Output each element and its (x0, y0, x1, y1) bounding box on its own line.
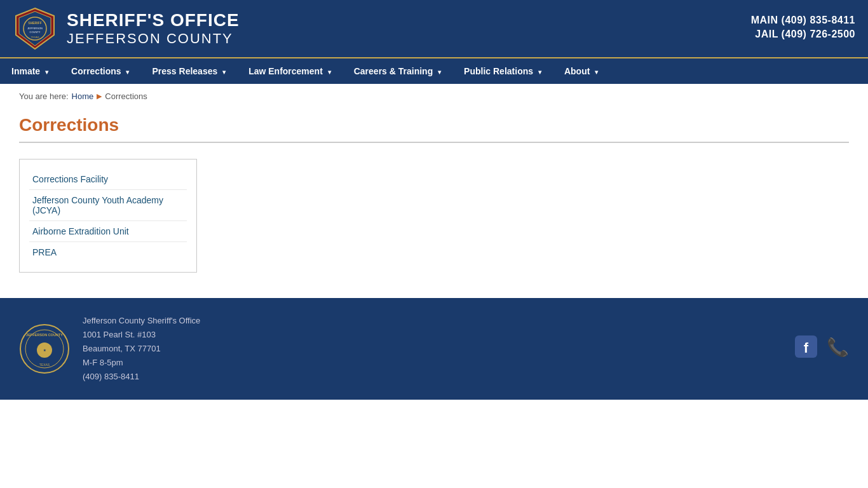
svg-text:TEXAS: TEXAS (31, 36, 39, 39)
nav-link-public-relations[interactable]: Public Relations ▾ (452, 58, 553, 84)
facebook-icon[interactable]: f (795, 336, 817, 362)
nav-link-law-enforcement[interactable]: Law Enforcement ▾ (237, 58, 342, 84)
nav-link-inmate[interactable]: Inmate ▾ (0, 58, 60, 84)
caret-icon: ▾ (126, 69, 129, 76)
main-nav: Inmate ▾ Corrections ▾ Press Releases ▾ … (0, 57, 868, 84)
phone-icon[interactable]: 📞 (827, 336, 849, 362)
nav-list: Inmate ▾ Corrections ▾ Press Releases ▾ … (0, 58, 868, 84)
nav-link-careers[interactable]: Careers & Training ▾ (342, 58, 452, 84)
nav-link-corrections[interactable]: Corrections ▾ (60, 58, 140, 84)
header-contact: MAIN (409) 835-8411 JAIL (409) 726-2500 (751, 15, 855, 43)
footer-social-icons: f 📞 (795, 336, 849, 362)
office-name: SHERIFF'S OFFICE (67, 10, 240, 30)
footer-left: JEFFERSON COUNTY ★ TEXAS Jefferson Count… (19, 314, 200, 384)
caret-icon: ▾ (328, 69, 331, 76)
prea-link[interactable]: PREA (29, 242, 187, 262)
footer-org-name: Jefferson County Sheriff's Office (83, 314, 200, 328)
sheriff-shield-logo: SHERIFF JEFFERSON COUNTY TEXAS (13, 6, 57, 51)
nav-item-careers[interactable]: Careers & Training ▾ (342, 58, 452, 84)
nav-item-law-enforcement[interactable]: Law Enforcement ▾ (237, 58, 342, 84)
corrections-menu-box: Corrections Facility Jefferson County Yo… (19, 159, 197, 273)
footer-city-state: Beaumont, TX 77701 (83, 342, 200, 356)
airborne-extradition-link[interactable]: Airborne Extradition Unit (29, 221, 187, 242)
nav-item-inmate[interactable]: Inmate ▾ (0, 58, 60, 84)
breadcrumb-home[interactable]: Home (72, 92, 94, 101)
nav-item-about[interactable]: About ▾ (553, 58, 609, 84)
svg-text:📞: 📞 (827, 337, 849, 358)
corrections-facility-link[interactable]: Corrections Facility (29, 169, 187, 190)
svg-text:f: f (804, 340, 809, 356)
title-divider (19, 142, 849, 143)
nav-item-corrections[interactable]: Corrections ▾ (60, 58, 140, 84)
main-phone: MAIN (409) 835-8411 (751, 15, 855, 26)
footer-address1: 1001 Pearl St. #103 (83, 328, 200, 342)
jail-phone: JAIL (409) 726-2500 (751, 29, 855, 40)
footer-phone: (409) 835-8411 (83, 370, 200, 384)
svg-text:SHERIFF: SHERIFF (28, 21, 41, 25)
svg-text:TEXAS: TEXAS (39, 363, 50, 367)
site-header: SHERIFF JEFFERSON COUNTY TEXAS SHERIFF'S… (0, 0, 868, 57)
caret-icon: ▾ (438, 69, 441, 76)
you-are-here-label: You are here: (19, 92, 69, 101)
svg-text:JEFFERSON: JEFFERSON (27, 27, 43, 30)
page-title: Corrections (19, 115, 849, 135)
site-footer: JEFFERSON COUNTY ★ TEXAS Jefferson Count… (0, 298, 868, 400)
nav-link-about[interactable]: About ▾ (553, 58, 609, 84)
header-left: SHERIFF JEFFERSON COUNTY TEXAS SHERIFF'S… (13, 6, 240, 51)
footer-hours: M-F 8-5pm (83, 356, 200, 370)
caret-icon: ▾ (538, 69, 541, 76)
main-content: Corrections Corrections Facility Jeffers… (0, 109, 868, 298)
breadcrumb-separator: ▶ (97, 92, 102, 100)
header-title: SHERIFF'S OFFICE JEFFERSON COUNTY (67, 10, 240, 47)
county-seal-logo: JEFFERSON COUNTY ★ TEXAS (19, 323, 70, 374)
svg-text:COUNTY: COUNTY (30, 30, 41, 34)
caret-icon: ▾ (595, 69, 598, 76)
breadcrumb: You are here: Home ▶ Corrections (0, 84, 868, 109)
county-name: JEFFERSON COUNTY (67, 30, 240, 47)
breadcrumb-current: Corrections (105, 92, 147, 101)
jcya-link[interactable]: Jefferson County Youth Academy (JCYA) (29, 190, 187, 221)
nav-item-press-releases[interactable]: Press Releases ▾ (140, 58, 237, 84)
nav-link-press-releases[interactable]: Press Releases ▾ (140, 58, 237, 84)
nav-item-public-relations[interactable]: Public Relations ▾ (452, 58, 553, 84)
caret-icon: ▾ (45, 69, 48, 76)
caret-icon: ▾ (222, 69, 226, 76)
svg-text:JEFFERSON COUNTY: JEFFERSON COUNTY (26, 333, 63, 337)
footer-info: Jefferson County Sheriff's Office 1001 P… (83, 314, 200, 384)
